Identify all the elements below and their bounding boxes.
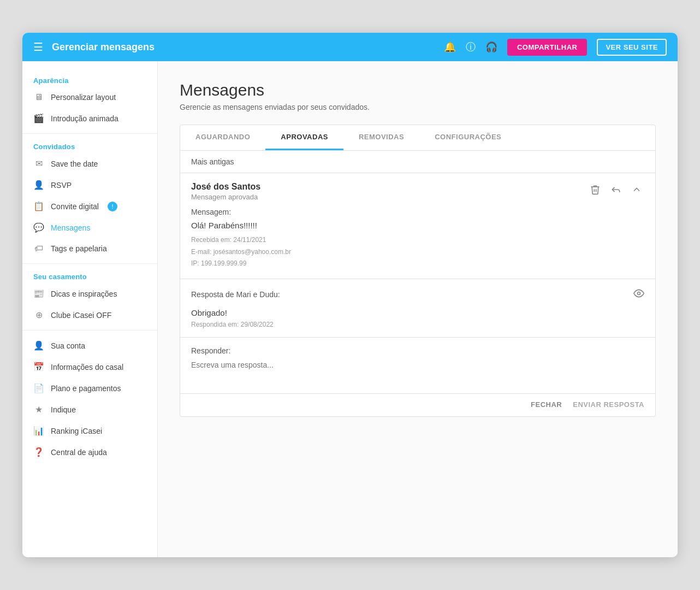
sidebar-label: Clube iCasei OFF (51, 311, 111, 320)
sidebar-label: Ranking iCasei (51, 427, 102, 435)
respond-footer: FECHAR ENVIAR RESPOSTA (180, 393, 655, 416)
divider (22, 133, 157, 134)
sidebar-label: Central de ajuda (51, 448, 107, 457)
reply-from-label: Resposta de Mari e Dudu: (191, 290, 280, 299)
film-icon: 🎬 (33, 113, 44, 123)
sidebar-item-indique[interactable]: ★ Indique (22, 399, 157, 420)
body-layout: Aparência 🖥 Personalizar layout 🎬 Introd… (22, 61, 678, 557)
monitor-icon: 🖥 (33, 92, 44, 102)
sender-ip: IP: 199.199.999.99 (191, 258, 644, 270)
reply-from-row: Resposta de Mari e Dudu: (191, 288, 644, 302)
enviar-resposta-button[interactable]: ENVIAR RESPOSTA (573, 400, 644, 409)
person-icon: 👤 (33, 180, 44, 190)
received-date: Recebida em: 24/11/2021 (191, 234, 644, 246)
sidebar-item-introducao-animada[interactable]: 🎬 Introdução animada (22, 108, 157, 129)
svg-point-0 (638, 292, 640, 294)
sidebar-item-personalizar-layout[interactable]: 🖥 Personalizar layout (22, 87, 157, 108)
page-title: Mensagens (180, 81, 656, 99)
message-status: Mensagem aprovada (191, 193, 260, 201)
respond-card: Responder: (180, 338, 655, 393)
tag-icon: 🏷 (33, 244, 44, 253)
support-icon[interactable]: 🎧 (485, 41, 497, 53)
respond-label: Responder: (191, 346, 644, 355)
sidebar-label: Sua conta (51, 341, 85, 350)
section-seu-casamento: Seu casamento (22, 268, 157, 283)
sidebar-label: Personalizar layout (51, 93, 116, 102)
help-icon[interactable]: ⓘ (466, 40, 476, 54)
sidebar-label: Informações do casal (51, 363, 123, 371)
hamburger-icon[interactable]: ☰ (33, 40, 43, 54)
plus-icon: ⊕ (33, 310, 44, 320)
tab-configuracoes[interactable]: CONFIGURAÇÕES (419, 125, 517, 150)
tabs-bar: AGUARDANDO APROVADAS REMOVIDAS CONFIGURA… (180, 125, 656, 417)
app-title: Gerenciar mensagens (52, 42, 435, 53)
document-icon: 📄 (33, 383, 44, 393)
delete-button[interactable] (588, 182, 603, 200)
reply-card: Resposta de Mari e Dudu: Obrigado! Respo… (180, 279, 655, 338)
sidebar-item-rsvp[interactable]: 👤 RSVP (22, 174, 157, 196)
visibility-button[interactable] (633, 288, 644, 302)
divider (22, 263, 157, 264)
sidebar-label: Dicas e inspirações (51, 290, 117, 298)
top-header: ☰ Gerenciar mensagens 🔔 ⓘ 🎧 COMPARTILHAR… (22, 33, 678, 61)
message-body: Olá! Parabéns!!!!!! (191, 221, 644, 230)
sidebar-item-clube-icasei[interactable]: ⊕ Clube iCasei OFF (22, 304, 157, 326)
sidebar-label: Plano e pagamentos (51, 384, 121, 393)
sidebar-item-sua-conta[interactable]: 👤 Sua conta (22, 335, 157, 356)
chat-icon: 💬 (33, 222, 44, 233)
sort-row[interactable]: Mais antigas (180, 151, 655, 173)
sender-email: E-mail: josésantos@yahoo.com.br (191, 246, 644, 258)
tab-aguardando[interactable]: AGUARDANDO (180, 125, 265, 150)
message-label: Mensagem: (191, 208, 644, 216)
sidebar: Aparência 🖥 Personalizar layout 🎬 Introd… (22, 61, 158, 557)
sender-info: José dos Santos Mensagem aprovada (191, 182, 260, 201)
news-icon: 📰 (33, 288, 44, 299)
sidebar-label: Convite digital (51, 202, 99, 211)
account-icon: 👤 (33, 340, 44, 351)
question-icon: ❓ (33, 447, 44, 457)
calendar-icon: 📅 (33, 362, 44, 372)
section-convidados: Convidados (22, 138, 157, 153)
sidebar-label: RSVP (51, 181, 72, 190)
reply-button[interactable] (608, 182, 624, 200)
collapse-button[interactable] (629, 182, 644, 200)
fechar-button[interactable]: FECHAR (531, 400, 562, 409)
reply-body: Obrigado! (191, 308, 644, 317)
sender-name: José dos Santos (191, 182, 260, 192)
message-meta: Recebida em: 24/11/2021 E-mail: josésant… (191, 234, 644, 270)
sidebar-item-mensagens[interactable]: 💬 Mensagens (22, 217, 157, 238)
reply-date: Respondida em: 29/08/2022 (191, 321, 644, 328)
sidebar-item-save-the-date[interactable]: ✉ Save the date (22, 153, 157, 174)
ver-site-button[interactable]: VER SEU SITE (597, 39, 667, 56)
compartilhar-button[interactable]: COMPARTILHAR (507, 39, 587, 56)
star-icon: ★ (33, 404, 44, 415)
divider (22, 330, 157, 331)
sidebar-item-convite-digital[interactable]: 📋 Convite digital ! (22, 196, 157, 217)
sidebar-item-ranking[interactable]: 📊 Ranking iCasei (22, 420, 157, 441)
main-content: Mensagens Gerencie as mensagens enviadas… (158, 61, 678, 557)
sidebar-item-dicas-inspiracoes[interactable]: 📰 Dicas e inspirações (22, 283, 157, 304)
notification-icon[interactable]: 🔔 (444, 41, 456, 53)
sidebar-item-informacoes-casal[interactable]: 📅 Informações do casal (22, 356, 157, 377)
clipboard-icon: 📋 (33, 201, 44, 211)
sidebar-label: Save the date (51, 160, 98, 168)
header-icons: 🔔 ⓘ 🎧 COMPARTILHAR VER SEU SITE (444, 39, 667, 56)
section-aparencia: Aparência (22, 72, 157, 87)
sidebar-label: Indique (51, 405, 76, 414)
message-card: José dos Santos Mensagem aprovada (180, 173, 655, 279)
message-card-header: José dos Santos Mensagem aprovada (191, 182, 644, 201)
sidebar-label: Mensagens (51, 223, 90, 232)
tab-removidas[interactable]: REMOVIDAS (343, 125, 419, 150)
tab-aprovadas[interactable]: APROVADAS (265, 125, 343, 150)
sidebar-item-central-ajuda[interactable]: ❓ Central de ajuda (22, 441, 157, 463)
sidebar-item-tags-papelaria[interactable]: 🏷 Tags e papelaria (22, 238, 157, 259)
page-subtitle: Gerencie as mensagens enviadas por seus … (180, 103, 656, 111)
notification-badge: ! (108, 202, 117, 211)
respond-textarea[interactable] (191, 361, 644, 382)
message-actions (588, 182, 644, 200)
chart-icon: 📊 (33, 426, 44, 436)
sidebar-item-plano-pagamentos[interactable]: 📄 Plano e pagamentos (22, 377, 157, 399)
envelope-icon: ✉ (33, 158, 44, 169)
sidebar-label: Tags e papelaria (51, 244, 107, 253)
tabs-header: AGUARDANDO APROVADAS REMOVIDAS CONFIGURA… (180, 125, 655, 151)
